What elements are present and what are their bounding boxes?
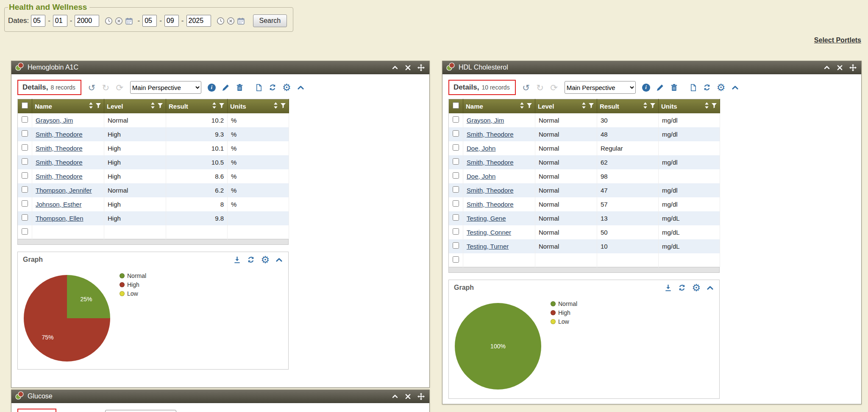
- patient-name-link[interactable]: Smith, Theodore: [467, 187, 514, 194]
- column-header-level[interactable]: Level: [104, 99, 166, 113]
- patient-name-link[interactable]: Smith, Theodore: [467, 159, 514, 166]
- column-header-name[interactable]: Name: [32, 99, 104, 113]
- patient-name-link[interactable]: Smith, Theodore: [467, 131, 514, 138]
- patient-name-link[interactable]: Doe, John: [467, 173, 495, 180]
- column-header-level[interactable]: Level: [535, 99, 597, 113]
- row-checkbox[interactable]: [22, 116, 28, 123]
- perspective-select[interactable]: [105, 410, 176, 412]
- refresh-icon[interactable]: [702, 82, 712, 93]
- new-document-icon[interactable]: [253, 82, 264, 93]
- sort-icon[interactable]: [520, 102, 524, 110]
- row-checkbox[interactable]: [453, 130, 459, 137]
- collapse-section-icon[interactable]: [295, 82, 306, 93]
- collapse-portlet-icon[interactable]: [823, 64, 831, 71]
- row-checkbox[interactable]: [22, 228, 28, 235]
- close-portlet-icon[interactable]: [404, 64, 412, 71]
- settings-gear-icon[interactable]: ⚙: [692, 283, 701, 293]
- row-checkbox[interactable]: [453, 116, 459, 123]
- move-portlet-icon[interactable]: [417, 64, 425, 72]
- row-checkbox[interactable]: [22, 214, 28, 221]
- collapse-section-icon[interactable]: [730, 82, 740, 93]
- to-year-input[interactable]: [186, 15, 211, 27]
- row-checkbox[interactable]: [453, 214, 459, 221]
- patient-name-link[interactable]: Grayson, Jim: [36, 117, 73, 124]
- perspective-select[interactable]: Main Perspective: [565, 81, 636, 94]
- from-calendar-icon[interactable]: [125, 17, 133, 25]
- column-header-result[interactable]: Result: [597, 99, 659, 113]
- undo-icon[interactable]: ↺: [521, 82, 531, 93]
- from-time-clock-icon[interactable]: [105, 17, 113, 25]
- row-checkbox[interactable]: [453, 228, 459, 235]
- delete-icon[interactable]: [234, 82, 245, 93]
- row-checkbox[interactable]: [453, 172, 459, 179]
- from-year-input[interactable]: [75, 15, 99, 27]
- filter-funnel-icon[interactable]: [280, 103, 286, 110]
- refresh-icon[interactable]: [678, 283, 686, 292]
- column-header-name[interactable]: Name: [463, 99, 535, 113]
- download-icon[interactable]: [664, 284, 672, 292]
- settings-gear-icon[interactable]: ⚙: [716, 82, 726, 93]
- patient-name-link[interactable]: Doe, John: [467, 145, 495, 152]
- info-icon[interactable]: i: [206, 82, 217, 93]
- new-document-icon[interactable]: [688, 82, 698, 93]
- collapse-section-icon[interactable]: [706, 284, 714, 292]
- select-portlets-link[interactable]: Select Portlets: [814, 36, 861, 44]
- row-checkbox[interactable]: [22, 186, 28, 193]
- column-header-result[interactable]: Result: [166, 99, 228, 113]
- from-month-input[interactable]: [31, 15, 45, 27]
- patient-name-link[interactable]: Testing, Turner: [467, 243, 509, 250]
- download-icon[interactable]: [233, 256, 241, 264]
- to-day-input[interactable]: [164, 15, 179, 27]
- settings-gear-icon[interactable]: ⚙: [261, 255, 270, 265]
- edit-icon[interactable]: [655, 82, 665, 93]
- collapse-portlet-icon[interactable]: [391, 392, 399, 400]
- row-checkbox[interactable]: [453, 144, 459, 151]
- row-checkbox[interactable]: [22, 130, 28, 137]
- patient-name-link[interactable]: Testing, Conner: [467, 229, 511, 236]
- patient-name-link[interactable]: Smith, Theodore: [36, 159, 83, 166]
- filter-funnel-icon[interactable]: [157, 103, 163, 110]
- row-checkbox[interactable]: [453, 200, 459, 207]
- from-day-input[interactable]: [53, 15, 67, 27]
- collapse-section-icon[interactable]: [275, 256, 283, 264]
- patient-name-link[interactable]: Smith, Theodore: [36, 173, 83, 180]
- filter-funnel-icon[interactable]: [526, 103, 532, 110]
- filter-funnel-icon[interactable]: [650, 103, 656, 110]
- filter-funnel-icon[interactable]: [588, 103, 594, 110]
- row-checkbox[interactable]: [453, 242, 459, 249]
- select-all-checkbox[interactable]: [453, 102, 459, 109]
- patient-name-link[interactable]: Smith, Theodore: [36, 131, 83, 138]
- row-checkbox[interactable]: [22, 200, 28, 207]
- move-portlet-icon[interactable]: [417, 392, 425, 401]
- delete-icon[interactable]: [669, 82, 679, 93]
- sort-icon[interactable]: [212, 102, 217, 110]
- column-header-units[interactable]: Units: [659, 99, 720, 113]
- patient-name-link[interactable]: Testing, Gene: [467, 215, 506, 222]
- from-clear-icon[interactable]: [115, 17, 123, 25]
- collapse-portlet-icon[interactable]: [391, 64, 399, 71]
- to-month-input[interactable]: [142, 15, 157, 27]
- search-button[interactable]: Search: [253, 14, 287, 27]
- edit-icon[interactable]: [220, 82, 231, 93]
- patient-name-link[interactable]: Thompson, Ellen: [36, 215, 83, 222]
- patient-name-link[interactable]: Thompson, Jennifer: [36, 187, 92, 194]
- patient-name-link[interactable]: Smith, Theodore: [36, 145, 83, 152]
- row-checkbox[interactable]: [453, 186, 459, 193]
- sort-icon[interactable]: [273, 102, 278, 110]
- column-header-units[interactable]: Units: [228, 99, 289, 113]
- filter-funnel-icon[interactable]: [711, 103, 717, 110]
- undo-icon[interactable]: ↺: [86, 82, 97, 93]
- to-time-clock-icon[interactable]: [217, 17, 225, 25]
- refresh-icon[interactable]: [267, 82, 278, 93]
- row-checkbox[interactable]: [22, 172, 28, 179]
- sort-icon[interactable]: [643, 102, 648, 110]
- patient-name-link[interactable]: Grayson, Jim: [467, 117, 504, 124]
- row-checkbox[interactable]: [22, 158, 28, 165]
- to-clear-icon[interactable]: [227, 17, 235, 25]
- row-checkbox[interactable]: [453, 158, 459, 165]
- settings-gear-icon[interactable]: ⚙: [281, 82, 292, 93]
- row-checkbox[interactable]: [22, 144, 28, 151]
- sort-icon[interactable]: [150, 102, 155, 110]
- close-portlet-icon[interactable]: [836, 64, 843, 71]
- select-all-checkbox[interactable]: [22, 102, 28, 109]
